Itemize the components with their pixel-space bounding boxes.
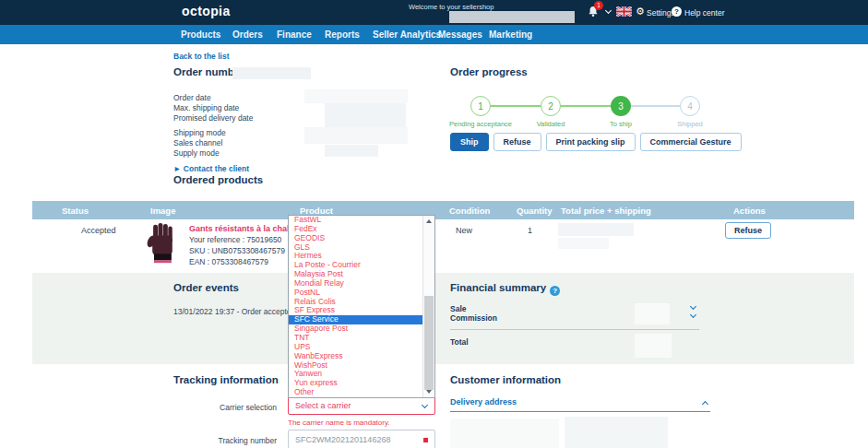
col-total-price: Total price + shipping xyxy=(561,206,651,216)
octopia-logo: octopia xyxy=(182,4,231,18)
product-sku: SKU : UNB0753308467579 xyxy=(189,245,294,256)
sale-label: Sale xyxy=(450,304,467,313)
step-connector xyxy=(561,105,611,107)
carrier-option[interactable]: Other xyxy=(289,388,422,397)
carrier-dropdown-list: FastWL FedEx GEODIS GLS Hermes La Poste … xyxy=(288,215,435,398)
carrier-select[interactable]: Select a carrier xyxy=(288,396,435,415)
chevron-up-icon[interactable] xyxy=(702,401,708,407)
arrow-right-icon: ► xyxy=(173,164,181,173)
address-redacted xyxy=(565,417,668,448)
supply-mode-label: Supply mode xyxy=(173,148,220,158)
print-packing-slip-button[interactable]: Print packing slip xyxy=(546,133,636,151)
info-icon[interactable]: ? xyxy=(550,286,560,296)
nav-item-orders[interactable]: Orders xyxy=(232,29,263,40)
total-amount-redacted xyxy=(635,334,672,358)
uk-flag-icon[interactable] xyxy=(616,6,632,17)
row-quantity: 1 xyxy=(528,226,532,235)
order-progress-title: Order progress xyxy=(450,66,528,77)
product-image-glove[interactable] xyxy=(146,222,179,265)
chevron-down-icon[interactable] xyxy=(605,7,612,14)
order-events-title: Order events xyxy=(173,282,239,293)
step-circle-to-ship: 3 xyxy=(611,96,631,116)
price-redacted xyxy=(558,223,634,236)
commission-label: Commission xyxy=(450,313,497,323)
tracking-number-label: Tracking number xyxy=(198,436,277,445)
nav-item-reports[interactable]: Reports xyxy=(325,29,360,40)
dropdown-scrollbar[interactable] xyxy=(422,216,434,397)
order-detail-page: octopia Welcome to your sellershop 1 ⚙ S… xyxy=(0,0,868,448)
order-values-redacted xyxy=(325,103,406,127)
sale-amount-redacted xyxy=(635,303,670,324)
step-connector xyxy=(491,105,541,107)
step-label-shipped: Shipped xyxy=(648,120,731,128)
scroll-down-icon[interactable] xyxy=(426,390,432,394)
carrier-selection-label: Carrier selection xyxy=(198,403,277,412)
carrier-select-value: Select a carrier xyxy=(289,397,434,414)
seller-name-redacted xyxy=(449,11,575,23)
order-action-buttons: Ship Refuse Print packing slip Commercia… xyxy=(450,133,742,151)
step-circle-validated: 2 xyxy=(541,96,561,116)
customer-information-title: Customer information xyxy=(450,374,561,385)
shipping-mode-label: Shipping mode xyxy=(173,128,226,137)
tracking-information-title: Tracking information xyxy=(173,374,279,385)
commercial-gesture-button[interactable]: Commercial Gesture xyxy=(640,133,742,151)
nav-item-messages[interactable]: Messages xyxy=(438,29,482,40)
address-redacted xyxy=(450,419,559,448)
help-center-button[interactable]: Help center xyxy=(684,8,724,18)
row-refuse-button[interactable]: Refuse xyxy=(725,222,771,239)
nav-item-products[interactable]: Products xyxy=(181,29,220,40)
main-navbar: Products Orders Finance Reports Seller A… xyxy=(0,25,868,44)
help-icon[interactable]: ? xyxy=(672,6,682,17)
total-label: Total xyxy=(450,337,469,347)
carrier-error-message: The carrier name is mandatory. xyxy=(288,419,390,427)
order-number-redacted xyxy=(232,67,311,79)
gear-icon[interactable]: ⚙ xyxy=(636,6,645,17)
scrollbar-thumb[interactable] xyxy=(424,296,434,390)
order-values-redacted xyxy=(304,89,408,103)
row-condition: New xyxy=(456,226,472,235)
scroll-up-icon[interactable] xyxy=(426,219,432,223)
price-redacted xyxy=(558,238,609,249)
nav-item-marketing[interactable]: Marketing xyxy=(489,29,532,40)
col-image: Image xyxy=(150,206,175,216)
col-status: Status xyxy=(62,206,89,216)
delivery-address-toggle[interactable]: Delivery address xyxy=(450,397,517,407)
step-connector xyxy=(631,105,680,107)
product-ean: EAN : 0753308467579 xyxy=(189,256,294,267)
order-date-label: Order date xyxy=(173,93,211,102)
step-circle-pending: 1 xyxy=(470,96,491,116)
order-values-redacted xyxy=(325,145,378,157)
col-quantity: Quantity xyxy=(517,206,553,216)
contact-client-link[interactable]: ► Contact the client xyxy=(173,159,249,175)
tracking-number-value: SFC2WM2021201146268 xyxy=(289,430,434,448)
tracking-number-input[interactable]: SFC2WM2021201146268 xyxy=(288,430,435,448)
nav-item-seller-analytics[interactable]: Seller Analytics xyxy=(373,29,441,40)
delivery-address-underline xyxy=(450,411,710,412)
promised-delivery-date-label: Promised delivery date xyxy=(173,113,253,123)
carrier-options: FastWL FedEx GEODIS GLS Hermes La Poste … xyxy=(289,216,422,397)
welcome-text: Welcome to your sellershop xyxy=(409,3,493,11)
financial-summary-title: Financial summary? xyxy=(450,282,560,296)
ship-button[interactable]: Ship xyxy=(450,133,489,151)
ordered-products-title: Ordered products xyxy=(173,174,263,185)
events-financial-band xyxy=(32,273,854,364)
sales-channel-label: Sales channel xyxy=(173,138,222,147)
back-to-list-link[interactable]: Back to the list xyxy=(173,52,229,61)
topbar: octopia Welcome to your sellershop 1 ⚙ S… xyxy=(0,0,868,25)
nav-item-finance[interactable]: Finance xyxy=(277,29,312,40)
order-values-redacted xyxy=(304,127,408,144)
product-info-block: Gants résistants à la chale Your referen… xyxy=(189,223,294,267)
row-status: Accepted xyxy=(81,226,116,235)
required-marker-icon xyxy=(423,438,428,442)
refuse-button[interactable]: Refuse xyxy=(493,133,541,151)
col-actions: Actions xyxy=(733,206,766,216)
notification-badge: 1 xyxy=(594,1,603,10)
max-shipping-date-label: Max. shipping date xyxy=(173,103,239,112)
products-table-header: Status Image Product Condition Quantity … xyxy=(32,201,854,219)
col-condition: Condition xyxy=(449,206,490,216)
order-event-entry: 13/01/2022 19:37 - Order accepted xyxy=(173,307,295,316)
step-circle-shipped: 4 xyxy=(680,96,700,116)
product-reference: Your reference : 75019650 xyxy=(189,234,294,245)
product-title-link[interactable]: Gants résistants à la chale xyxy=(189,223,294,234)
financial-divider xyxy=(450,329,699,330)
